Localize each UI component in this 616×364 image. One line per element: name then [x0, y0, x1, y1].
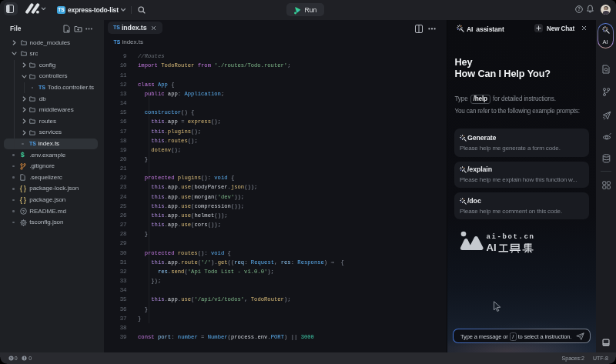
svg-text:?: ?: [22, 209, 25, 214]
svg-text:?: ?: [578, 6, 581, 12]
